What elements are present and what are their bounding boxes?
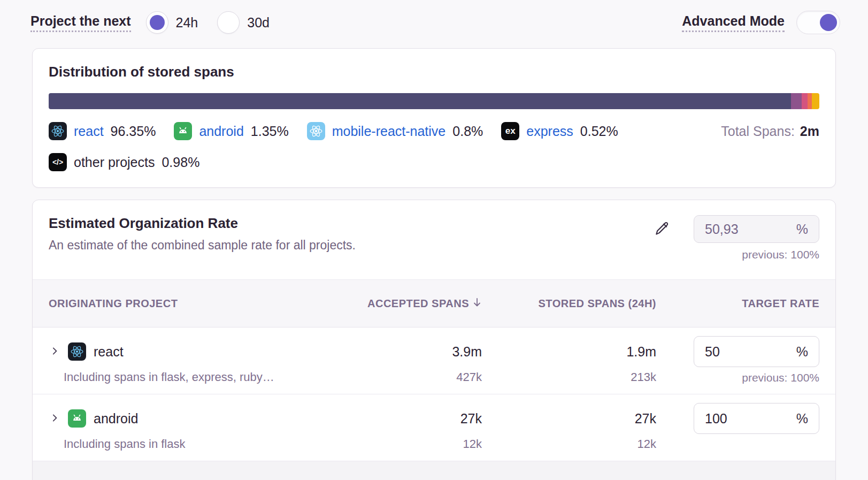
org-rate-header: Estimated Organization Rate An estimate … bbox=[33, 200, 835, 279]
legend-label-other-projects: other projects bbox=[74, 155, 155, 170]
header-target-rate: TARGET RATE bbox=[656, 298, 819, 310]
target-rate-input-box: % bbox=[694, 336, 819, 367]
toggle-knob bbox=[820, 14, 837, 31]
project-name: android bbox=[94, 411, 138, 426]
project-subtext: Including spans in flask bbox=[49, 437, 321, 451]
radio-30d[interactable]: 30d bbox=[217, 11, 270, 34]
legend-link-express[interactable]: express bbox=[526, 124, 573, 139]
android-icon bbox=[68, 409, 86, 428]
total-spans: Total Spans: 2m bbox=[721, 124, 819, 139]
org-rate-percent-suffix: % bbox=[796, 222, 808, 237]
legend-pct-android: 1.35% bbox=[251, 124, 289, 139]
legend-item-android: android 1.35% bbox=[174, 122, 288, 140]
radio-30d-circle[interactable] bbox=[217, 11, 240, 34]
express-icon: ex bbox=[501, 122, 519, 140]
expand-android-button[interactable] bbox=[49, 412, 60, 425]
target-rate-input-react[interactable] bbox=[705, 344, 764, 360]
target-rate-input-android[interactable] bbox=[705, 411, 764, 426]
table-row-react: react Including spans in flask, express,… bbox=[33, 327, 835, 394]
chevron-right-icon bbox=[50, 346, 59, 357]
code-icon: </> bbox=[49, 153, 67, 171]
target-rate-previous: previous: 100% bbox=[742, 371, 819, 384]
percent-suffix: % bbox=[796, 344, 808, 360]
distribution-card: Distribution of stored spans react 96.35… bbox=[32, 48, 836, 188]
android-icon bbox=[174, 122, 192, 140]
advanced-mode-label: Advanced Mode bbox=[682, 13, 785, 32]
total-spans-value: 2m bbox=[800, 124, 819, 139]
advanced-mode-toggle[interactable] bbox=[796, 11, 840, 34]
legend-row-2: </> other projects 0.98% bbox=[49, 153, 819, 171]
chevron-right-icon bbox=[50, 413, 59, 424]
bar-segment-other-projects[interactable] bbox=[812, 93, 819, 109]
header-originating-project: ORIGINATING PROJECT bbox=[49, 298, 321, 310]
radio-24h-label: 24h bbox=[176, 15, 198, 31]
radio-30d-label: 30d bbox=[247, 15, 270, 31]
stored-spans-value: 27k bbox=[482, 403, 656, 434]
org-rate-title: Estimated Organization Rate bbox=[49, 215, 356, 232]
header-accepted-spans-label: ACCEPTED SPANS bbox=[367, 298, 469, 310]
legend-link-react[interactable]: react bbox=[74, 124, 104, 139]
project-next-label: Project the next bbox=[30, 13, 131, 32]
accepted-spans-value: 3.9m bbox=[321, 336, 482, 367]
header-stored-spans: STORED SPANS (24H) bbox=[482, 298, 656, 310]
org-rate-description: An estimate of the combined sample rate … bbox=[49, 238, 356, 253]
edit-rate-button[interactable] bbox=[652, 218, 672, 240]
org-rate-input[interactable] bbox=[705, 222, 769, 237]
legend-item-mobile-react-native: mobile-react-native 0.8% bbox=[307, 122, 483, 140]
legend-item-other-projects: </> other projects 0.98% bbox=[49, 153, 199, 171]
react-native-icon bbox=[307, 122, 325, 140]
legend-item-react: react 96.35% bbox=[49, 122, 156, 140]
sort-down-icon bbox=[472, 297, 482, 310]
percent-suffix: % bbox=[796, 411, 808, 426]
total-spans-label: Total Spans: bbox=[721, 124, 795, 139]
accepted-spans-subvalue: 12k bbox=[321, 437, 482, 451]
radio-24h[interactable]: 24h bbox=[146, 11, 198, 34]
legend-pct-mobile-react-native: 0.8% bbox=[452, 124, 483, 139]
distribution-title: Distribution of stored spans bbox=[49, 64, 819, 80]
pencil-icon bbox=[654, 220, 670, 238]
project-name: react bbox=[94, 344, 124, 360]
org-rate-card: Estimated Organization Rate An estimate … bbox=[32, 200, 836, 480]
top-controls: Project the next 24h 30d Advanced Mode bbox=[0, 0, 868, 35]
table-header-row: ORIGINATING PROJECT ACCEPTED SPANS STORE… bbox=[33, 279, 835, 327]
org-rate-input-box: % bbox=[694, 215, 819, 243]
legend-row-1: react 96.35% android 1.35% mobile-react-… bbox=[49, 122, 819, 140]
table-row-android: android Including spans in flask 27k 12k… bbox=[33, 394, 835, 461]
accepted-spans-value: 27k bbox=[321, 403, 482, 434]
radio-24h-circle[interactable] bbox=[146, 11, 168, 34]
distribution-bar bbox=[49, 93, 819, 109]
legend-pct-react: 96.35% bbox=[111, 124, 156, 139]
header-accepted-spans[interactable]: ACCEPTED SPANS bbox=[321, 297, 482, 310]
bar-segment-mobile-react-native[interactable] bbox=[802, 93, 808, 109]
period-radio-group: 24h 30d bbox=[146, 11, 281, 34]
next-row-partial bbox=[33, 461, 835, 480]
legend-link-android[interactable]: android bbox=[199, 124, 243, 139]
bar-segment-express[interactable] bbox=[808, 93, 812, 109]
react-icon bbox=[49, 122, 67, 140]
stored-spans-subvalue: 213k bbox=[482, 370, 656, 384]
stored-spans-subvalue: 12k bbox=[482, 437, 656, 451]
legend-pct-express: 0.52% bbox=[580, 124, 618, 139]
project-subtext: Including spans in flask, express, ruby… bbox=[49, 370, 321, 384]
legend-pct-other-projects: 0.98% bbox=[162, 155, 199, 170]
bar-segment-react[interactable] bbox=[49, 93, 791, 109]
bar-segment-android[interactable] bbox=[791, 93, 801, 109]
legend-item-express: ex express 0.52% bbox=[501, 122, 618, 140]
expand-react-button[interactable] bbox=[49, 345, 60, 359]
accepted-spans-subvalue: 427k bbox=[321, 370, 482, 384]
stored-spans-value: 1.9m bbox=[482, 336, 656, 367]
target-rate-input-box: % bbox=[694, 403, 819, 434]
react-icon bbox=[68, 342, 86, 361]
legend-link-mobile-react-native[interactable]: mobile-react-native bbox=[332, 124, 446, 139]
org-rate-previous: previous: 100% bbox=[742, 248, 819, 261]
